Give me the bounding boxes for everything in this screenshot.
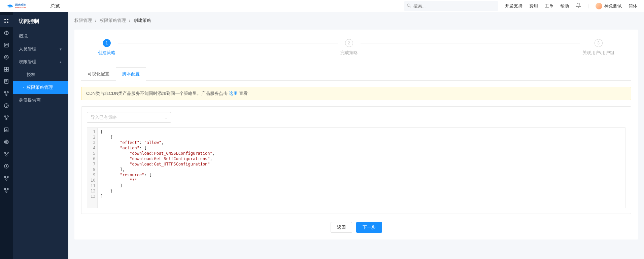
step-label: 创建策略	[98, 50, 115, 56]
rail-item-doc[interactable]	[0, 75, 13, 87]
svg-point-2	[407, 4, 410, 6]
code-content[interactable]: [ { "effect": "allow", "action": [ "down…	[98, 128, 625, 208]
step-3: 3 关联用户/用户组	[582, 39, 614, 56]
sidebar-subitem-label: 权限策略管理	[27, 85, 53, 90]
search-box	[404, 1, 498, 11]
alert-text: 查看	[238, 91, 248, 96]
rail-item-w[interactable]	[0, 39, 13, 51]
sidebar-subitem-authorize[interactable]: · 授权	[13, 68, 68, 81]
import-policy-select[interactable]: 导入已有策略 ⌄	[87, 112, 171, 123]
sidebar-item-label: 人员管理	[19, 46, 36, 52]
code-editor[interactable]: 12345678910111213 [ { "effect": "allow",…	[87, 127, 625, 208]
sidebar-item-permission[interactable]: 权限管理 ▲	[13, 56, 68, 68]
logo[interactable]: 网宿科技 WANGSU.COM	[7, 3, 40, 9]
svg-rect-13	[7, 67, 8, 69]
rail-item-shield[interactable]	[0, 51, 13, 63]
rail-item-cluster[interactable]	[0, 112, 13, 124]
header-link-ticket[interactable]: 工单	[545, 3, 553, 9]
main-card: 1 创建策略 2 完成策略 3 关联用户/用户组 可视化配置 脚本配置	[74, 30, 638, 239]
svg-point-10	[4, 55, 8, 59]
step-2: 2 完成策略	[340, 39, 358, 56]
sidebar-subitem-label: 授权	[27, 72, 35, 77]
rail-item-network[interactable]	[0, 148, 13, 160]
divider: |	[588, 3, 589, 8]
chevron-down-icon: ⌄	[165, 116, 167, 119]
rail-item-extra[interactable]	[0, 184, 13, 196]
breadcrumb-sep: /	[129, 18, 131, 23]
svg-point-5	[7, 19, 8, 20]
bell-icon[interactable]	[576, 3, 581, 9]
breadcrumb-item[interactable]: 权限管理	[74, 18, 92, 23]
header-link-fee[interactable]: 费用	[529, 3, 538, 9]
top-header: 网宿科技 WANGSU.COM 总览 开发支持 费用 工单 帮助 | 神兔测试 …	[0, 0, 644, 12]
svg-point-22	[4, 104, 8, 108]
back-button[interactable]: 返回	[331, 222, 352, 233]
breadcrumb: 权限管理 / 权限策略管理 / 创建策略	[74, 17, 638, 24]
svg-rect-9	[4, 43, 8, 47]
breadcrumb-item[interactable]: 权限策略管理	[100, 18, 126, 23]
username: 神兔测试	[604, 3, 622, 9]
header-link-dev[interactable]: 开发支持	[505, 3, 522, 9]
avatar	[596, 3, 602, 9]
nav-overview[interactable]: 总览	[50, 3, 60, 9]
content: 权限管理 / 权限策略管理 / 创建策略 1 创建策略 2 完成策略 3	[68, 12, 644, 259]
rail-item-apps[interactable]	[0, 15, 13, 27]
breadcrumb-sep: /	[95, 18, 97, 23]
rail-item-more[interactable]	[0, 172, 13, 184]
select-placeholder: 导入已有策略	[91, 114, 117, 120]
svg-text:网宿科技: 网宿科技	[15, 3, 26, 6]
button-row: 返回 下一步	[81, 222, 631, 233]
user-menu[interactable]: 神兔测试	[596, 3, 622, 9]
sidebar-subitem-policy[interactable]: · 权限策略管理	[13, 81, 68, 94]
rail-item-cash[interactable]	[0, 160, 13, 172]
alert-text: CDN类与非CDN类产品服务不能同时添加到同一个策略里。产品服务点击	[86, 91, 229, 96]
svg-rect-15	[7, 70, 8, 71]
chevron-down-icon: ▼	[59, 47, 62, 51]
form-area: 导入已有策略 ⌄ 12345678910111213 [ { "effect":…	[81, 106, 631, 214]
steps: 1 创建策略 2 完成策略 3 关联用户/用户组	[81, 36, 631, 59]
rail-item-report[interactable]	[0, 124, 13, 136]
search-icon	[407, 3, 411, 9]
step-label: 完成策略	[340, 50, 358, 56]
icon-rail	[0, 12, 13, 259]
tab-script[interactable]: 脚本配置	[116, 67, 146, 81]
svg-point-11	[6, 57, 7, 58]
sidebar-title: 访问控制	[13, 17, 68, 30]
rail-item-cursor[interactable]	[0, 100, 13, 112]
tab-visual[interactable]: 可视化配置	[81, 67, 116, 81]
alert-link[interactable]: 这里	[229, 91, 238, 96]
info-alert: CDN类与非CDN类产品服务不能同时添加到同一个策略里。产品服务点击 这里 查看	[81, 87, 631, 100]
svg-text:WANGSU.COM: WANGSU.COM	[15, 7, 26, 8]
rail-item-grid[interactable]	[0, 63, 13, 75]
next-button[interactable]: 下一步	[356, 222, 382, 233]
svg-rect-12	[4, 67, 6, 69]
rail-item-radar[interactable]	[0, 136, 13, 148]
sidebar: 访问控制 概况 人员管理 ▼ 权限管理 ▲ · 授权 · 权限策略管理 身份提供…	[13, 12, 68, 259]
svg-line-3	[409, 6, 411, 7]
step-circle: 1	[103, 39, 111, 47]
language-switch[interactable]: 简体	[629, 3, 637, 9]
bullet-icon: ·	[23, 85, 24, 90]
sidebar-item-idp[interactable]: 身份提供商	[13, 94, 68, 107]
step-1: 1 创建策略	[98, 39, 115, 56]
sidebar-item-people[interactable]: 人员管理 ▼	[13, 43, 68, 56]
chevron-up-icon: ▲	[59, 60, 62, 64]
search-input[interactable]	[404, 1, 498, 11]
svg-point-7	[7, 22, 8, 23]
sidebar-item-label: 概况	[19, 33, 28, 39]
bullet-icon: ·	[23, 72, 24, 77]
sidebar-item-label: 权限管理	[19, 59, 36, 65]
svg-rect-14	[4, 70, 6, 71]
rail-item-globe[interactable]	[0, 27, 13, 39]
header-link-help[interactable]: 帮助	[560, 3, 569, 9]
sidebar-item-overview[interactable]: 概况	[13, 30, 68, 43]
line-gutter: 12345678910111213	[87, 128, 98, 208]
sidebar-item-label: 身份提供商	[19, 97, 41, 103]
logo-image: 网宿科技 WANGSU.COM	[7, 3, 40, 9]
step-label: 关联用户/用户组	[582, 50, 614, 56]
step-circle: 2	[345, 39, 353, 47]
svg-point-4	[4, 19, 6, 20]
rail-item-nodes[interactable]	[0, 87, 13, 100]
step-circle: 3	[595, 39, 603, 47]
step-line	[361, 43, 580, 43]
